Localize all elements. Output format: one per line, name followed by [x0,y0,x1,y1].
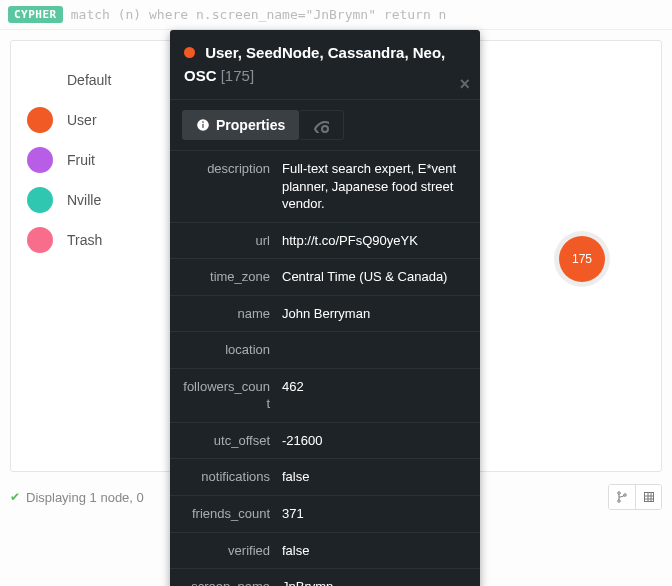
property-value: 371 [282,505,468,523]
info-icon [196,118,210,132]
node-popover: User, SeedNode, Cassandra, Neo, OSC [175… [170,30,480,586]
property-value: Full-text search expert, E*vent planner,… [282,160,468,213]
legend-item-trash[interactable]: Trash [27,227,167,253]
property-row: url http://t.co/PFsQ90yeYK [170,223,480,260]
grid-icon [643,491,655,503]
legend-swatch [27,107,53,133]
legend-item-default[interactable]: Default [27,67,167,93]
legend-item-user[interactable]: User [27,107,167,133]
property-key: location [182,341,282,359]
property-key: time_zone [182,268,282,286]
table-view-button[interactable] [635,485,661,509]
property-key: name [182,305,282,323]
svg-point-1 [618,500,621,503]
property-row: notifications false [170,459,480,496]
eye-icon [313,117,329,133]
graph-view-button[interactable] [609,485,635,509]
popover-dot-icon [184,47,195,58]
cypher-badge: CYPHER [8,6,63,23]
property-row: name John Berryman [170,296,480,333]
branch-icon [616,491,628,503]
legend-label: Fruit [67,152,95,168]
property-key: description [182,160,282,178]
tab-preview[interactable] [299,110,344,140]
view-toggle [608,484,662,510]
svg-point-0 [618,492,621,495]
property-key: verified [182,542,282,560]
check-icon: ✔ [10,490,20,504]
property-key: friends_count [182,505,282,523]
property-key: notifications [182,468,282,486]
property-value: John Berryman [282,305,468,323]
svg-point-6 [202,121,204,123]
property-row: friends_count 371 [170,496,480,533]
property-value: JnBrymn [282,578,468,586]
property-value: -21600 [282,432,468,450]
property-key: followers_count [182,378,282,413]
property-row: verified false [170,533,480,570]
legend-swatch [27,147,53,173]
legend: Default User Fruit Nville Trash [27,67,167,267]
popover-id: [175] [221,67,254,84]
tab-properties-label: Properties [216,117,285,133]
property-row: time_zone Central Time (US & Canada) [170,259,480,296]
svg-rect-5 [202,124,203,128]
property-key: utc_offset [182,432,282,450]
tab-properties[interactable]: Properties [182,110,299,140]
legend-label: Nville [67,192,101,208]
query-text[interactable]: match (n) where n.screen_name="JnBrymn" … [71,7,447,22]
property-row: description Full-text search expert, E*v… [170,151,480,223]
legend-item-nville[interactable]: Nville [27,187,167,213]
close-icon[interactable]: × [459,75,470,93]
property-row: followers_count 462 [170,369,480,423]
legend-swatch [27,187,53,213]
property-value: 462 [282,378,468,396]
status-text: Displaying 1 node, 0 [26,490,144,505]
property-key: screen_name [182,578,282,586]
legend-label: User [67,112,97,128]
property-key: url [182,232,282,250]
property-value[interactable]: http://t.co/PFsQ90yeYK [282,232,468,250]
popover-header: User, SeedNode, Cassandra, Neo, OSC [175… [170,30,480,100]
properties-list: description Full-text search expert, E*v… [170,151,480,586]
legend-item-fruit[interactable]: Fruit [27,147,167,173]
legend-swatch [27,227,53,253]
property-value: false [282,468,468,486]
legend-swatch [27,67,53,93]
property-row: screen_name JnBrymn [170,569,480,586]
property-row: location [170,332,480,369]
property-value: false [282,542,468,560]
query-bar: CYPHER match (n) where n.screen_name="Jn… [0,0,672,30]
property-value: Central Time (US & Canada) [282,268,468,286]
svg-rect-3 [644,493,653,502]
legend-label: Default [67,72,111,88]
property-row: utc_offset -21600 [170,423,480,460]
popover-tabs: Properties [170,100,480,151]
graph-node[interactable]: 175 [559,236,605,282]
graph-node-id: 175 [572,252,592,266]
legend-label: Trash [67,232,102,248]
svg-point-7 [322,126,328,132]
